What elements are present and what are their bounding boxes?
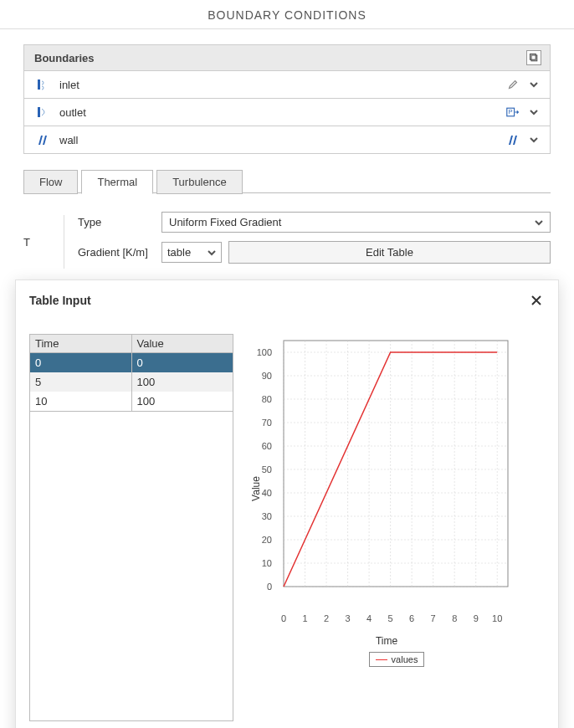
boundary-row-inlet[interactable]: inlet [23, 71, 551, 99]
x-tick: 5 [388, 613, 393, 623]
legend-label: values [392, 654, 418, 664]
table-input-dialog: Table Input Time Value 0 0 [15, 279, 559, 728]
y-tick: 50 [262, 464, 272, 474]
close-icon-button[interactable] [528, 292, 545, 309]
legend: values [369, 652, 424, 667]
pencil-icon[interactable] [505, 76, 521, 93]
table-row[interactable]: 5 100 [30, 372, 233, 392]
field-label-t: T [23, 236, 64, 249]
x-tick: 6 [409, 613, 414, 623]
chevron-down-icon[interactable] [526, 132, 541, 147]
type-label: Type [78, 216, 161, 228]
plot-svg [274, 334, 516, 610]
svg-rect-2 [38, 79, 40, 90]
svg-text:P: P [509, 108, 513, 115]
table-row[interactable]: 0 0 [30, 353, 233, 373]
type-select[interactable]: Uniform Fixed Gradient [161, 212, 551, 233]
y-tick: 80 [262, 394, 272, 404]
y-tick: 40 [262, 488, 272, 498]
boundary-label: inlet [59, 79, 505, 91]
gradient-mode-value: table [167, 246, 191, 259]
gradient-mode-select[interactable]: table [161, 242, 222, 263]
chart-area: Value Time 01020304050607080901000123456… [249, 334, 525, 643]
chevron-down-icon [535, 218, 543, 227]
y-tick: 90 [262, 371, 272, 381]
y-tick: 30 [262, 511, 272, 521]
x-axis-label: Time [376, 635, 397, 647]
boundary-row-wall[interactable]: wall [23, 126, 551, 154]
table-panel: Time Value 0 0 5 100 10 100 [29, 334, 233, 728]
cell-time[interactable]: 10 [30, 392, 132, 412]
tab-thermal[interactable]: Thermal [81, 170, 153, 194]
copy-icon [529, 53, 539, 63]
divider [0, 28, 574, 29]
cell-value[interactable]: 0 [131, 353, 233, 373]
dialog-title: Table Input [29, 294, 91, 307]
boundary-label: wall [59, 134, 505, 146]
legend-swatch [376, 659, 387, 660]
type-value: Uniform Fixed Gradient [169, 216, 281, 228]
x-tick: 9 [474, 613, 479, 623]
col-value[interactable]: Value [131, 335, 233, 353]
copy-button[interactable] [526, 50, 541, 65]
boundary-row-outlet[interactable]: outlet P [23, 99, 551, 126]
chevron-down-icon [208, 249, 216, 257]
boundaries-header: Boundaries [23, 44, 551, 71]
page-title: BOUNDARY CONDITIONS [0, 0, 574, 28]
svg-rect-3 [38, 107, 40, 117]
chart-panel: Value Time 01020304050607080901000123456… [249, 334, 545, 728]
tab-flow[interactable]: Flow [23, 170, 78, 194]
y-tick: 10 [262, 558, 272, 568]
y-tick: 70 [262, 418, 272, 428]
edit-table-button[interactable]: Edit Table [228, 241, 551, 264]
inlet-icon [34, 76, 51, 93]
y-tick: 100 [257, 347, 272, 357]
y-tick: 20 [262, 535, 272, 545]
wall-bc-icon[interactable] [505, 131, 521, 148]
close-icon [530, 294, 543, 307]
x-tick: 2 [324, 613, 329, 623]
table-empty-area[interactable] [29, 412, 233, 721]
y-axis-label: Value [250, 476, 262, 501]
tab-turbulence[interactable]: Turbulence [156, 170, 243, 194]
gradient-label: Gradient [K/m] [78, 246, 161, 259]
col-time[interactable]: Time [30, 335, 132, 353]
x-tick: 7 [431, 613, 436, 623]
table-row[interactable]: 10 100 [30, 392, 233, 412]
vertical-separator [64, 215, 64, 269]
x-tick: 4 [366, 613, 372, 623]
x-tick: 1 [302, 613, 307, 623]
chevron-down-icon[interactable] [526, 105, 541, 120]
data-table[interactable]: Time Value 0 0 5 100 10 100 [29, 334, 233, 412]
y-tick: 0 [267, 582, 272, 592]
cell-value[interactable]: 100 [131, 372, 233, 392]
chevron-down-icon[interactable] [526, 77, 541, 92]
x-tick: 3 [346, 613, 351, 623]
x-tick: 0 [281, 613, 286, 623]
boundary-label: outlet [59, 106, 505, 119]
boundaries-label: Boundaries [34, 52, 95, 64]
y-tick: 60 [262, 441, 272, 451]
pressure-icon[interactable]: P [505, 104, 521, 120]
wall-icon [34, 131, 51, 148]
svg-rect-9 [284, 341, 508, 587]
outlet-icon [34, 104, 51, 120]
cell-time[interactable]: 0 [30, 353, 132, 373]
x-tick: 8 [452, 613, 457, 623]
cell-time[interactable]: 5 [30, 372, 132, 392]
cell-value[interactable]: 100 [131, 392, 233, 412]
x-tick: 10 [492, 613, 502, 623]
